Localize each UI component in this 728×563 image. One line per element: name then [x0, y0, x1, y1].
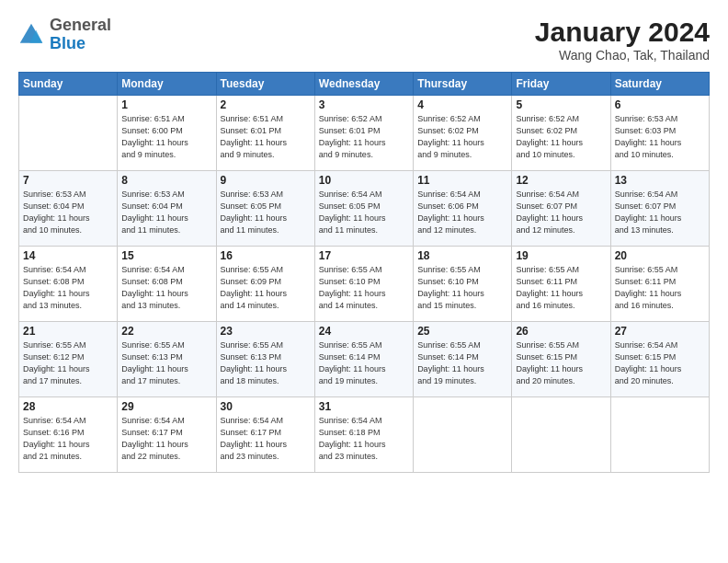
- day-number: 20: [615, 249, 705, 262]
- cell-text: Sunrise: 6:55 AM Sunset: 6:13 PM Dayligh…: [221, 339, 311, 387]
- calendar-cell: 31Sunrise: 6:54 AM Sunset: 6:18 PM Dayli…: [314, 397, 413, 473]
- day-number: 25: [417, 325, 507, 338]
- weekday-header-thursday: Thursday: [414, 73, 512, 96]
- weekday-header-saturday: Saturday: [610, 73, 709, 96]
- calendar-cell: [414, 397, 512, 473]
- calendar-cell: 17Sunrise: 6:55 AM Sunset: 6:10 PM Dayli…: [314, 247, 413, 322]
- calendar-cell: 26Sunrise: 6:55 AM Sunset: 6:15 PM Dayli…: [512, 322, 610, 397]
- day-number: 12: [516, 174, 606, 187]
- day-number: 6: [615, 98, 705, 111]
- calendar-cell: 18Sunrise: 6:55 AM Sunset: 6:10 PM Dayli…: [414, 247, 512, 322]
- calendar-cell: 20Sunrise: 6:55 AM Sunset: 6:11 PM Dayli…: [610, 247, 709, 322]
- calendar-cell: 30Sunrise: 6:54 AM Sunset: 6:17 PM Dayli…: [216, 397, 314, 473]
- calendar-cell: 27Sunrise: 6:54 AM Sunset: 6:15 PM Dayli…: [610, 322, 709, 397]
- cell-text: Sunrise: 6:55 AM Sunset: 6:11 PM Dayligh…: [615, 264, 705, 312]
- calendar-cell: 2Sunrise: 6:51 AM Sunset: 6:01 PM Daylig…: [216, 96, 314, 171]
- cell-text: Sunrise: 6:54 AM Sunset: 6:05 PM Dayligh…: [319, 189, 409, 236]
- weekday-header-friday: Friday: [512, 73, 610, 96]
- calendar-cell: 28Sunrise: 6:54 AM Sunset: 6:16 PM Dayli…: [19, 397, 118, 473]
- calendar-cell: 1Sunrise: 6:51 AM Sunset: 6:00 PM Daylig…: [118, 96, 216, 171]
- cell-text: Sunrise: 6:55 AM Sunset: 6:15 PM Dayligh…: [516, 339, 606, 387]
- calendar-title: January 2024: [535, 17, 710, 48]
- day-number: 8: [121, 174, 211, 187]
- weekday-header-wednesday: Wednesday: [314, 73, 413, 96]
- title-block: January 2024 Wang Chao, Tak, Thailand: [535, 17, 710, 63]
- cell-text: Sunrise: 6:55 AM Sunset: 6:09 PM Dayligh…: [221, 264, 311, 312]
- calendar-cell: [610, 397, 709, 473]
- logo-icon: [18, 22, 44, 48]
- day-number: 29: [121, 400, 211, 413]
- cell-text: Sunrise: 6:54 AM Sunset: 6:18 PM Dayligh…: [319, 415, 409, 463]
- cell-text: Sunrise: 6:52 AM Sunset: 6:02 PM Dayligh…: [516, 113, 606, 161]
- day-number: 11: [417, 174, 507, 187]
- calendar-cell: 4Sunrise: 6:52 AM Sunset: 6:02 PM Daylig…: [414, 96, 512, 171]
- calendar-cell: [512, 397, 610, 473]
- calendar-body: 1Sunrise: 6:51 AM Sunset: 6:00 PM Daylig…: [19, 96, 710, 473]
- cell-text: Sunrise: 6:54 AM Sunset: 6:06 PM Dayligh…: [417, 189, 507, 236]
- header: General Blue January 2024 Wang Chao, Tak…: [18, 17, 710, 63]
- logo-general: General: [50, 16, 111, 34]
- day-number: 7: [23, 174, 113, 187]
- logo: General Blue: [18, 17, 111, 53]
- calendar-week-1: 1Sunrise: 6:51 AM Sunset: 6:00 PM Daylig…: [19, 96, 710, 171]
- day-number: 21: [23, 325, 113, 338]
- day-number: 15: [121, 249, 211, 262]
- calendar-header: SundayMondayTuesdayWednesdayThursdayFrid…: [19, 73, 710, 96]
- day-number: 27: [615, 325, 705, 338]
- day-number: 26: [516, 325, 606, 338]
- calendar-cell: [19, 96, 118, 171]
- day-number: 17: [319, 249, 409, 262]
- calendar-cell: 8Sunrise: 6:53 AM Sunset: 6:04 PM Daylig…: [118, 171, 216, 247]
- day-number: 16: [221, 249, 311, 262]
- calendar-cell: 16Sunrise: 6:55 AM Sunset: 6:09 PM Dayli…: [216, 247, 314, 322]
- calendar-cell: 7Sunrise: 6:53 AM Sunset: 6:04 PM Daylig…: [19, 171, 118, 247]
- day-number: 22: [121, 325, 211, 338]
- calendar-cell: 19Sunrise: 6:55 AM Sunset: 6:11 PM Dayli…: [512, 247, 610, 322]
- calendar-week-4: 21Sunrise: 6:55 AM Sunset: 6:12 PM Dayli…: [19, 322, 710, 397]
- calendar-cell: 29Sunrise: 6:54 AM Sunset: 6:17 PM Dayli…: [118, 397, 216, 473]
- weekday-header-tuesday: Tuesday: [216, 73, 314, 96]
- day-number: 13: [615, 174, 705, 187]
- weekday-header-sunday: Sunday: [19, 73, 118, 96]
- calendar-cell: 15Sunrise: 6:54 AM Sunset: 6:08 PM Dayli…: [118, 247, 216, 322]
- day-number: 3: [319, 98, 409, 111]
- day-number: 19: [516, 249, 606, 262]
- cell-text: Sunrise: 6:52 AM Sunset: 6:02 PM Dayligh…: [417, 113, 507, 161]
- cell-text: Sunrise: 6:55 AM Sunset: 6:14 PM Dayligh…: [417, 339, 507, 387]
- cell-text: Sunrise: 6:53 AM Sunset: 6:03 PM Dayligh…: [615, 113, 705, 161]
- weekday-header-monday: Monday: [118, 73, 216, 96]
- page: General Blue January 2024 Wang Chao, Tak…: [0, 0, 728, 563]
- calendar-cell: 13Sunrise: 6:54 AM Sunset: 6:07 PM Dayli…: [610, 171, 709, 247]
- day-number: 5: [516, 98, 606, 111]
- calendar-cell: 24Sunrise: 6:55 AM Sunset: 6:14 PM Dayli…: [314, 322, 413, 397]
- cell-text: Sunrise: 6:55 AM Sunset: 6:14 PM Dayligh…: [319, 339, 409, 387]
- calendar-cell: 14Sunrise: 6:54 AM Sunset: 6:08 PM Dayli…: [19, 247, 118, 322]
- day-number: 24: [319, 325, 409, 338]
- day-number: 10: [319, 174, 409, 187]
- logo-blue-text: Blue: [50, 34, 85, 52]
- logo-text: General Blue: [50, 17, 111, 53]
- day-number: 2: [221, 98, 311, 111]
- calendar-cell: 21Sunrise: 6:55 AM Sunset: 6:12 PM Dayli…: [19, 322, 118, 397]
- day-number: 31: [319, 400, 409, 413]
- cell-text: Sunrise: 6:55 AM Sunset: 6:13 PM Dayligh…: [121, 339, 211, 387]
- cell-text: Sunrise: 6:55 AM Sunset: 6:10 PM Dayligh…: [319, 264, 409, 312]
- day-number: 14: [23, 249, 113, 262]
- cell-text: Sunrise: 6:53 AM Sunset: 6:05 PM Dayligh…: [221, 189, 311, 236]
- day-number: 28: [23, 400, 113, 413]
- cell-text: Sunrise: 6:54 AM Sunset: 6:17 PM Dayligh…: [221, 415, 311, 463]
- cell-text: Sunrise: 6:54 AM Sunset: 6:08 PM Dayligh…: [23, 264, 113, 312]
- calendar-cell: 10Sunrise: 6:54 AM Sunset: 6:05 PM Dayli…: [314, 171, 413, 247]
- cell-text: Sunrise: 6:54 AM Sunset: 6:07 PM Dayligh…: [615, 189, 705, 236]
- calendar-cell: 12Sunrise: 6:54 AM Sunset: 6:07 PM Dayli…: [512, 171, 610, 247]
- calendar-cell: 9Sunrise: 6:53 AM Sunset: 6:05 PM Daylig…: [216, 171, 314, 247]
- day-number: 4: [417, 98, 507, 111]
- calendar-subtitle: Wang Chao, Tak, Thailand: [535, 48, 710, 63]
- day-number: 9: [221, 174, 311, 187]
- cell-text: Sunrise: 6:54 AM Sunset: 6:16 PM Dayligh…: [23, 415, 113, 463]
- cell-text: Sunrise: 6:54 AM Sunset: 6:08 PM Dayligh…: [121, 264, 211, 312]
- calendar-cell: 25Sunrise: 6:55 AM Sunset: 6:14 PM Dayli…: [414, 322, 512, 397]
- calendar-cell: 11Sunrise: 6:54 AM Sunset: 6:06 PM Dayli…: [414, 171, 512, 247]
- cell-text: Sunrise: 6:52 AM Sunset: 6:01 PM Dayligh…: [319, 113, 409, 161]
- cell-text: Sunrise: 6:55 AM Sunset: 6:11 PM Dayligh…: [516, 264, 606, 312]
